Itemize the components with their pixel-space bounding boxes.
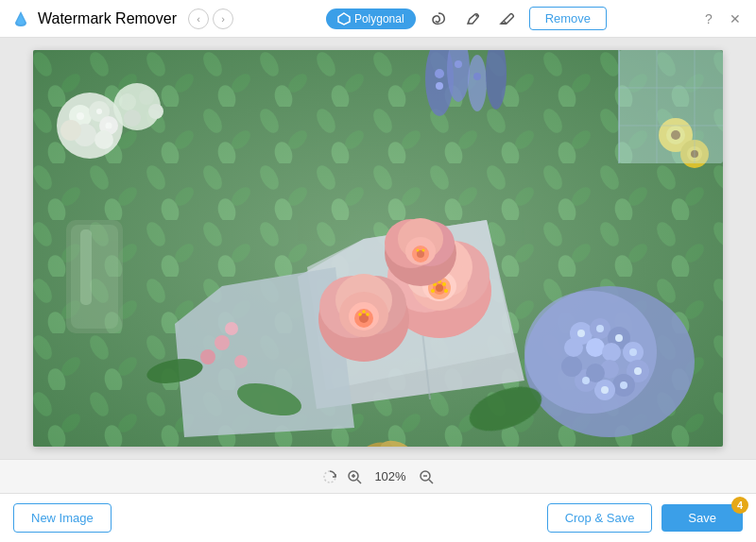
title-right: ? ✕ <box>699 9 745 28</box>
svg-point-86 <box>564 338 583 357</box>
svg-point-27 <box>435 69 444 78</box>
title-center: Polygonal Remove <box>326 7 607 30</box>
svg-point-16 <box>96 109 102 114</box>
svg-point-96 <box>620 381 627 389</box>
svg-rect-33 <box>80 229 92 305</box>
zoom-out-icon[interactable] <box>419 469 434 484</box>
svg-point-28 <box>436 82 443 90</box>
save-button[interactable]: Save <box>662 504 743 532</box>
svg-point-1 <box>475 14 477 16</box>
svg-point-85 <box>561 356 582 377</box>
pen-icon <box>464 10 481 27</box>
crop-save-button[interactable]: Crop & Save <box>547 503 653 533</box>
svg-point-74 <box>422 249 425 252</box>
svg-point-106 <box>225 322 238 335</box>
close-button[interactable]: ✕ <box>726 9 745 28</box>
save-badge: 4 <box>731 497 748 514</box>
svg-point-63 <box>358 313 362 316</box>
svg-point-97 <box>601 386 609 394</box>
svg-point-20 <box>139 90 154 105</box>
title-left: Watermark Remover ‹ › <box>11 8 233 29</box>
svg-point-53 <box>431 289 435 293</box>
svg-point-54 <box>444 289 448 293</box>
svg-point-105 <box>215 335 230 350</box>
svg-point-108 <box>234 355 248 368</box>
eraser-icon <box>498 10 515 27</box>
svg-point-15 <box>77 112 84 120</box>
rotate-icon[interactable] <box>322 469 337 484</box>
zoom-in-icon[interactable] <box>347 469 362 484</box>
zoom-bar: 102% <box>0 459 756 493</box>
polygonal-icon <box>337 12 351 25</box>
lasso-tool[interactable] <box>427 8 450 30</box>
svg-line-130 <box>357 480 361 483</box>
svg-point-64 <box>366 313 369 316</box>
save-wrapper: 4 Save <box>662 504 743 532</box>
svg-point-73 <box>417 249 420 252</box>
lasso-icon <box>430 10 447 27</box>
app-title: Watermark Remover <box>38 10 177 27</box>
canvas-area <box>0 38 756 459</box>
image-container <box>33 50 723 447</box>
remove-button[interactable]: Remove <box>529 7 607 30</box>
bottom-bar: New Image Crop & Save 4 Save <box>0 493 756 542</box>
svg-point-51 <box>442 282 446 286</box>
svg-point-29 <box>455 60 462 68</box>
svg-line-133 <box>429 480 433 483</box>
eraser-tool[interactable] <box>495 8 518 30</box>
svg-point-65 <box>362 310 366 313</box>
back-button[interactable]: ‹ <box>188 8 209 29</box>
nav-buttons: ‹ › <box>188 8 233 29</box>
zoom-level: 102% <box>371 469 409 483</box>
app-logo-icon <box>11 9 30 28</box>
new-image-button[interactable]: New Image <box>13 503 112 533</box>
svg-point-95 <box>634 367 642 375</box>
main-image <box>33 50 723 447</box>
svg-point-21 <box>148 104 163 119</box>
svg-rect-32 <box>71 225 118 329</box>
svg-point-88 <box>602 343 621 362</box>
pen-tool[interactable] <box>461 8 484 30</box>
right-buttons: Crop & Save 4 Save <box>547 503 743 533</box>
svg-point-107 <box>200 349 215 364</box>
svg-point-49 <box>436 284 443 292</box>
svg-point-14 <box>60 120 81 141</box>
forward-button[interactable]: › <box>213 8 233 29</box>
title-bar: Watermark Remover ‹ › Polygonal <box>0 0 756 38</box>
svg-point-98 <box>582 377 590 384</box>
svg-point-17 <box>106 123 112 129</box>
svg-point-22 <box>124 110 141 127</box>
help-button[interactable]: ? <box>699 9 718 28</box>
svg-point-19 <box>119 93 136 110</box>
polygonal-button[interactable]: Polygonal <box>326 8 416 29</box>
svg-marker-0 <box>338 13 350 25</box>
svg-point-87 <box>586 338 605 357</box>
svg-point-93 <box>615 334 623 342</box>
svg-point-92 <box>596 325 604 332</box>
svg-point-25 <box>468 55 487 111</box>
svg-point-13 <box>94 130 113 149</box>
svg-point-94 <box>629 348 637 356</box>
svg-point-91 <box>577 330 585 337</box>
svg-rect-121 <box>619 50 723 163</box>
svg-point-30 <box>473 73 481 80</box>
